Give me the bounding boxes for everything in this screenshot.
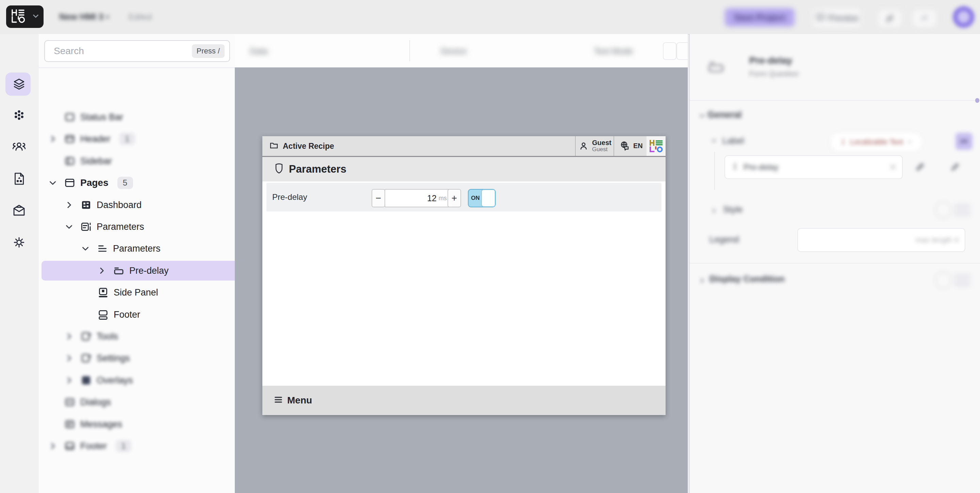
tree-item-footer[interactable]: Footer 1 — [41, 436, 241, 456]
app-logo-menu[interactable] — [6, 5, 43, 28]
label-value-input[interactable]: Pre-delay ✕ — [724, 155, 903, 179]
search-shortcut-kbd: Press / — [192, 44, 224, 58]
app-window: New HMI 3 ▾ Edited Save Project Preview — [0, 0, 980, 493]
bind-variable-button[interactable] — [956, 133, 972, 150]
general-section-header[interactable]: General — [708, 110, 742, 120]
monitor-icon — [816, 13, 825, 24]
user-avatar[interactable] — [953, 6, 975, 28]
shield-icon — [274, 163, 284, 176]
messages-nav-button[interactable] — [10, 201, 28, 219]
users-nav-button[interactable] — [10, 138, 28, 156]
layers-nav-button[interactable] — [10, 76, 28, 93]
test-mode-label: Test Mode — [594, 46, 633, 56]
tree-label: Parameters — [97, 222, 144, 232]
legend-row-header: Legend — [710, 234, 739, 245]
tree-label: Tools — [97, 331, 118, 342]
project-state-label: Edited — [129, 12, 152, 22]
style-row-header[interactable]: Style — [723, 204, 743, 215]
chevron-down-icon[interactable] — [698, 112, 706, 121]
tree-item-messages[interactable]: Messages — [41, 414, 241, 434]
device-language-button[interactable]: EN — [620, 140, 643, 151]
expand-chevron[interactable] — [48, 179, 64, 187]
tree-item-tools[interactable]: Tools — [41, 327, 257, 346]
edit-button[interactable] — [878, 10, 902, 27]
increment-button[interactable]: + — [447, 189, 461, 207]
tree-item-sidebar[interactable]: Sidebar — [41, 151, 241, 171]
device-menu-label: Menu — [287, 395, 312, 406]
legend-input[interactable]: max length 4 — [797, 228, 966, 252]
indent-guide — [714, 152, 715, 190]
scrollbar-thumb[interactable] — [975, 98, 979, 103]
tree-item-parameters-page[interactable]: Parameters — [41, 217, 257, 237]
expand-chevron[interactable] — [65, 201, 80, 209]
expand-chevron[interactable] — [97, 266, 113, 275]
design-canvas[interactable]: Active Recipe Guest Guest EN — [235, 67, 688, 493]
toolbar-extra-cell — [663, 42, 676, 60]
device-menu-bar[interactable]: Menu — [262, 386, 666, 415]
tree-label: Footer — [114, 310, 140, 320]
tree-item-status-bar[interactable]: Status Bar — [41, 107, 241, 127]
assets-nav-button[interactable] — [10, 170, 28, 188]
tools-icon — [80, 330, 92, 342]
edit-label-button[interactable] — [909, 157, 931, 176]
style-toggle[interactable] — [954, 203, 971, 217]
tree-item-overlays[interactable]: Overlays — [41, 370, 257, 390]
display-condition-header[interactable]: Display Condition — [710, 274, 785, 284]
chevron-down-icon — [907, 139, 913, 145]
sidebar-icon — [64, 155, 76, 167]
divider — [690, 100, 980, 101]
clear-icon[interactable]: ✕ — [889, 162, 897, 172]
legend-hint: max length 4 — [916, 236, 959, 244]
save-project-button[interactable]: Save Project — [725, 8, 795, 27]
settings-nav-button[interactable] — [10, 234, 28, 251]
redo-button[interactable] — [913, 10, 937, 27]
label-row-header[interactable]: Label — [722, 136, 744, 146]
chevron-down-icon[interactable] — [710, 137, 718, 146]
inspector-title: Pre-delay — [749, 55, 792, 66]
divider — [614, 136, 614, 156]
device-user-button[interactable]: Guest Guest — [579, 139, 611, 153]
users-group-icon — [11, 139, 27, 155]
tree-label: Sidebar — [80, 156, 112, 166]
tree-item-dialogs[interactable]: Dialogs — [41, 392, 241, 412]
tree-label: Pages — [80, 177, 108, 188]
helo-color-logo-icon — [649, 140, 663, 153]
tree-item-dashboard[interactable]: Dashboard — [41, 195, 257, 215]
decrement-button[interactable]: − — [372, 189, 385, 207]
localizable-text-chip[interactable]: Localizable Text — [830, 132, 923, 152]
tree-label: Pre-delay — [129, 266, 169, 276]
dashboard-icon — [80, 199, 92, 211]
toggle-knob[interactable] — [481, 189, 495, 207]
expand-chevron[interactable] — [81, 244, 97, 253]
style-info-button[interactable] — [935, 201, 952, 219]
tree-item-pages[interactable]: Pages 5 — [41, 173, 241, 193]
expand-chevron[interactable] — [65, 222, 80, 231]
canvas-toolbar: Data Parameter PLC Device Test Mode — [235, 34, 688, 68]
condition-toggle[interactable] — [954, 273, 971, 287]
chevron-right-icon[interactable] — [710, 207, 718, 216]
tree-label: Messages — [80, 419, 122, 430]
chevron-down-icon[interactable]: ▾ — [105, 12, 110, 22]
parameter-unit: ms — [439, 195, 447, 202]
tree-item-settings[interactable]: Settings — [41, 348, 257, 368]
preview-label: Preview — [828, 13, 859, 23]
chevron-right-icon[interactable] — [698, 276, 706, 286]
value-input[interactable]: 12 ms — [385, 189, 452, 207]
on-off-toggle[interactable]: ON — [468, 189, 496, 207]
components-nav-button[interactable] — [10, 106, 28, 124]
edit-translations-button[interactable] — [944, 157, 966, 176]
tree-item-header[interactable]: Header 1 — [41, 129, 241, 149]
hamburger-menu-icon — [274, 395, 283, 406]
tree-label: Dashboard — [97, 200, 142, 211]
device-page-title: Parameters — [289, 163, 347, 176]
divider — [39, 67, 235, 68]
condition-info-button[interactable] — [935, 272, 952, 289]
tree-label: Header — [80, 134, 111, 144]
tree-label: Overlays — [97, 375, 133, 386]
tree-label: Side Panel — [114, 287, 158, 298]
device-preview[interactable]: Active Recipe Guest Guest EN — [262, 136, 666, 415]
project-title[interactable]: New HMI 3 — [59, 11, 103, 22]
preview-button[interactable]: Preview — [813, 8, 862, 28]
gear-icon — [11, 235, 27, 250]
search-input[interactable]: Search Press / — [44, 40, 230, 62]
